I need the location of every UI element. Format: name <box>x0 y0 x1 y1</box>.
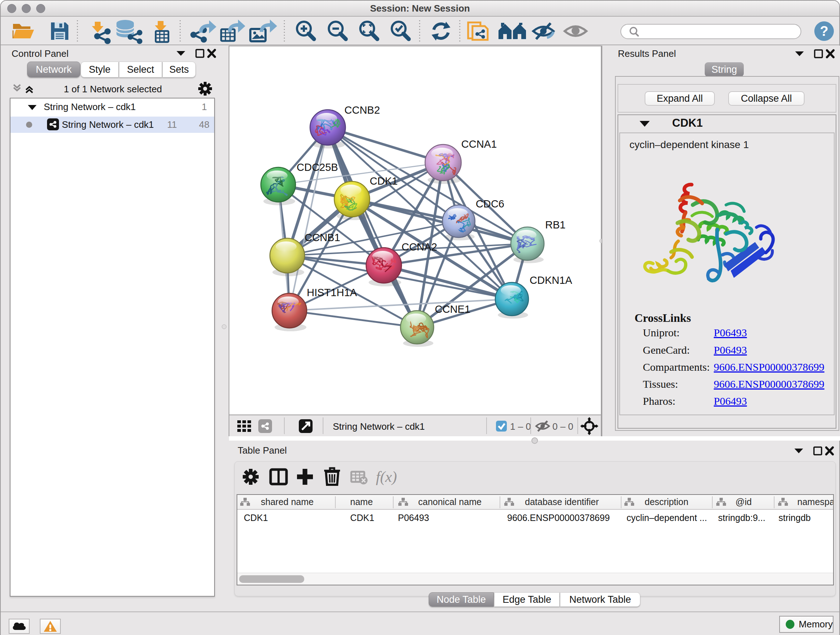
svg-text:String Network – cdk1: String Network – cdk1 <box>333 421 425 432</box>
svg-text:CDK1: CDK1 <box>370 175 398 187</box>
svg-text:CCNB2: CCNB2 <box>344 104 380 116</box>
svg-text:CCNA2: CCNA2 <box>401 241 437 253</box>
svg-text:CCNE1: CCNE1 <box>435 303 470 315</box>
svg-text:CCNA1: CCNA1 <box>461 138 497 150</box>
svg-text:CDC6: CDC6 <box>476 198 504 210</box>
svg-text:0 – 0: 0 – 0 <box>553 421 573 432</box>
svg-text:?: ? <box>820 24 828 39</box>
svg-text:1 – 0: 1 – 0 <box>510 421 531 432</box>
svg-text:CDKN1A: CDKN1A <box>530 274 572 286</box>
svg-text:f(x): f(x) <box>376 469 397 486</box>
svg-text:HIST1H1A: HIST1H1A <box>307 287 357 298</box>
svg-text:RB1: RB1 <box>545 219 565 231</box>
svg-text:CCNB1: CCNB1 <box>305 232 340 243</box>
svg-text:CDC25B: CDC25B <box>297 162 338 173</box>
